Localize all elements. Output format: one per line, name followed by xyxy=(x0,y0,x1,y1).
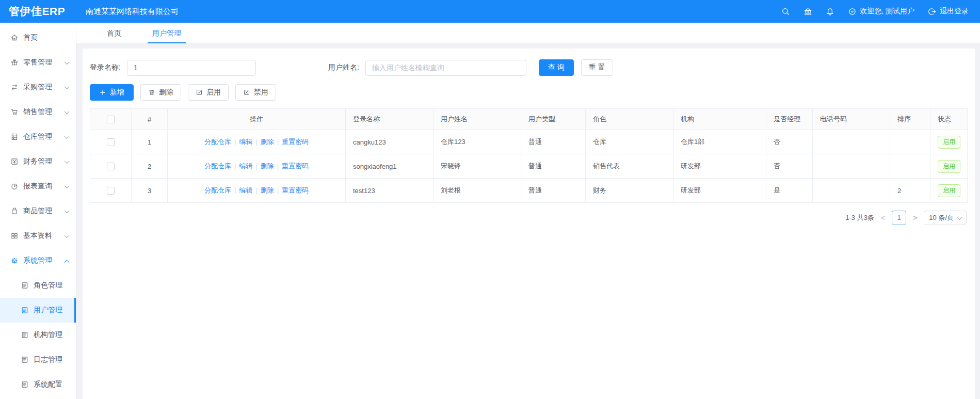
delete-button-label: 删除 xyxy=(159,88,173,97)
cell-login-name: test123 xyxy=(346,179,433,203)
warehouse-icon xyxy=(10,133,19,141)
sidebar-item-label: 财务管理 xyxy=(23,157,52,166)
delete-link[interactable]: 删除 xyxy=(261,162,274,170)
sidebar-item-label: 系统配置 xyxy=(34,380,62,389)
cell-phone xyxy=(813,154,890,179)
gear-icon xyxy=(10,257,19,265)
user-name-label: 用户姓名: xyxy=(328,63,359,72)
search-button[interactable]: 查 询 xyxy=(539,59,574,76)
sidebar-item-system-config[interactable]: 系统配置 xyxy=(0,372,76,397)
column-header: 状态 xyxy=(930,109,968,130)
delete-link[interactable]: 删除 xyxy=(261,186,274,194)
form-icon xyxy=(21,356,29,364)
sidebar-item-basic-data[interactable]: 基本资料 xyxy=(0,224,76,248)
cell-phone xyxy=(813,179,890,203)
sidebar-item-home[interactable]: 首页 xyxy=(0,25,76,50)
sidebar-item-org-mgmt[interactable]: 机构管理 xyxy=(0,323,76,347)
table-header-row: #操作登录名称用户姓名用户类型角色机构是否经理电话号码排序状态 xyxy=(90,109,968,130)
sidebar-item-user-mgmt[interactable]: 用户管理 xyxy=(0,298,76,323)
sidebar-item-warehouse[interactable]: 仓库管理 xyxy=(0,124,76,149)
cell-is-manager: 否 xyxy=(766,154,813,179)
logout-text: 退出登录 xyxy=(940,7,969,16)
bell-icon[interactable] xyxy=(826,7,834,16)
sidebar-item-role-mgmt[interactable]: 角色管理 xyxy=(0,273,76,298)
page-size-select[interactable]: 10 条/页 xyxy=(924,211,967,225)
edit-link[interactable]: 编辑 xyxy=(239,186,252,194)
logout-icon xyxy=(928,7,937,16)
action-separator: | xyxy=(255,138,257,146)
sidebar-item-sales[interactable]: 销售管理 xyxy=(0,100,76,124)
reset-password-link[interactable]: 重置密码 xyxy=(282,138,309,146)
sidebar-item-reports[interactable]: 报表查询 xyxy=(0,174,76,199)
enable-button[interactable]: 启用 xyxy=(188,84,229,101)
chevron-down-icon xyxy=(65,208,70,213)
row-checkbox[interactable] xyxy=(107,138,115,146)
search-icon[interactable] xyxy=(781,7,790,16)
enable-button-label: 启用 xyxy=(206,88,221,97)
main-content: 登录名称: 用户姓名: 查 询 重 置 新增 删除 启用 xyxy=(76,43,980,399)
bank-icon[interactable] xyxy=(804,7,812,16)
sidebar-item-goods[interactable]: 商品管理 xyxy=(0,199,76,224)
pagination-summary: 1-3 共3条 xyxy=(845,213,874,222)
assign-warehouse-link[interactable]: 分配仓库 xyxy=(204,162,231,170)
sidebar-item-label: 采购管理 xyxy=(23,83,52,92)
status-badge: 启用 xyxy=(938,160,960,173)
table-row: 1分配仓库|编辑|删除|重置密码cangku123仓库123普通仓库仓库1部否启… xyxy=(90,130,968,154)
sidebar-item-label: 首页 xyxy=(23,33,38,42)
chevron-down-icon xyxy=(957,215,962,220)
plus-icon xyxy=(99,89,106,96)
row-checkbox[interactable] xyxy=(107,163,115,170)
column-header: 排序 xyxy=(890,109,930,130)
action-separator: | xyxy=(277,162,279,170)
action-separator: | xyxy=(234,186,236,194)
delete-link[interactable]: 删除 xyxy=(261,138,274,146)
sidebar-item-label: 商品管理 xyxy=(23,206,52,216)
logout-button[interactable]: 退出登录 xyxy=(928,7,969,16)
login-name-label: 登录名称: xyxy=(90,63,121,72)
sidebar-item-finance[interactable]: 财务管理 xyxy=(0,149,76,174)
sidebar-item-purchase[interactable]: 采购管理 xyxy=(0,75,76,100)
pagination: 1-3 共3条 < 1 > 10 条/页 xyxy=(90,211,968,225)
action-separator: | xyxy=(277,186,279,194)
row-index: 1 xyxy=(132,130,168,154)
assign-warehouse-link[interactable]: 分配仓库 xyxy=(204,138,231,146)
user-name-input[interactable] xyxy=(365,60,526,76)
chevron-down-icon xyxy=(65,59,70,65)
sidebar-item-retail[interactable]: 零售管理 xyxy=(0,50,76,75)
cell-organization: 研发部 xyxy=(673,179,766,203)
filter-row: 登录名称: 用户姓名: 查 询 重 置 xyxy=(90,59,968,76)
prev-page-button[interactable]: < xyxy=(879,214,887,222)
reset-password-link[interactable]: 重置密码 xyxy=(282,186,309,194)
chevron-down-icon xyxy=(65,183,70,188)
user-circle-icon xyxy=(848,7,857,16)
cell-user-name: 仓库123 xyxy=(433,130,521,154)
cell-organization: 仓库1部 xyxy=(673,130,766,154)
reset-button[interactable]: 重 置 xyxy=(581,59,613,76)
action-separator: | xyxy=(255,186,257,194)
disable-button[interactable]: 禁用 xyxy=(235,84,276,101)
sidebar: 首页零售管理采购管理销售管理仓库管理财务管理报表查询商品管理基本资料系统管理角色… xyxy=(0,23,76,399)
edit-link[interactable]: 编辑 xyxy=(239,138,252,146)
tab-user-management[interactable]: 用户管理 xyxy=(148,23,186,43)
assign-warehouse-link[interactable]: 分配仓库 xyxy=(204,186,231,194)
add-button-label: 新增 xyxy=(110,88,124,97)
toolbar: 新增 删除 启用 禁用 xyxy=(90,84,968,101)
edit-link[interactable]: 编辑 xyxy=(239,162,252,170)
reset-password-link[interactable]: 重置密码 xyxy=(282,162,309,170)
report-icon xyxy=(10,182,19,190)
page-number-1[interactable]: 1 xyxy=(892,211,906,225)
tab-home[interactable]: 首页 xyxy=(102,23,126,43)
select-all-checkbox[interactable] xyxy=(107,116,115,123)
sidebar-item-system[interactable]: 系统管理 xyxy=(0,248,76,273)
user-menu[interactable]: 欢迎您, 测试用户 xyxy=(848,7,914,16)
cell-phone xyxy=(813,130,890,154)
form-icon xyxy=(21,306,29,314)
row-checkbox[interactable] xyxy=(107,187,115,195)
delete-button[interactable]: 删除 xyxy=(140,84,181,101)
next-page-button[interactable]: > xyxy=(911,214,919,222)
sidebar-item-log-mgmt[interactable]: 日志管理 xyxy=(0,347,76,372)
login-name-input[interactable] xyxy=(127,60,256,76)
add-button[interactable]: 新增 xyxy=(90,84,134,101)
company-name: 南通某某网络科技有限公司 xyxy=(86,7,179,17)
form-icon xyxy=(21,331,29,339)
